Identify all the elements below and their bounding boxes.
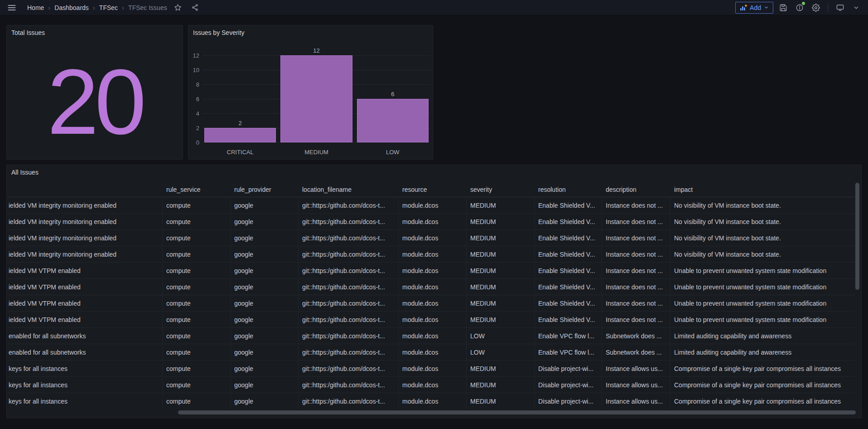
dashboard-insights-icon[interactable] (793, 1, 806, 14)
table-cell: No visibility of VM instance boot state. (670, 246, 855, 262)
table-cell: git::https:/github.com/dcos-t... (299, 328, 399, 344)
table-cell: compute (163, 361, 231, 376)
column-header-resource[interactable]: resource (399, 186, 467, 193)
column-header-rule_service[interactable]: rule_service (163, 186, 231, 193)
vertical-scrollbar-thumb[interactable] (855, 183, 859, 290)
table-cell: ielded VM VTPM enabled (8, 295, 163, 311)
table-cell: module.dcos (399, 295, 467, 311)
table-cell: compute (163, 197, 231, 213)
table-cell: ielded VM VTPM enabled (8, 279, 163, 295)
table-cell: MEDIUM (467, 230, 535, 246)
y-axis-tick-label: 10 (188, 67, 199, 73)
bar-chart: 0246810122CRITICAL12MEDIUM6LOW (202, 55, 431, 142)
tv-mode-icon[interactable] (834, 1, 846, 14)
table-cell: MEDIUM (467, 393, 535, 409)
table-cell: module.dcos (399, 279, 467, 295)
horizontal-scrollbar-thumb[interactable] (178, 410, 856, 414)
table-cell: Instance does not ... (602, 312, 670, 327)
column-header-impact[interactable]: impact (670, 186, 855, 193)
table-cell: module.dcos (399, 230, 467, 246)
table-cell: module.dcos (399, 246, 467, 262)
x-axis-category-label: CRITICAL (227, 149, 254, 156)
top-navigation-bar: Home›Dashboards›TFSec›TFSec Issues Add (0, 0, 868, 15)
column-header-severity[interactable]: severity (467, 186, 535, 193)
table-cell: Enable Shielded V... (535, 214, 602, 229)
table-header-row: rule_servicerule_providerlocation_filena… (8, 182, 855, 197)
table-cell: git::https:/github.com/dcos-t... (299, 279, 399, 295)
y-axis-tick-label: 6 (188, 96, 199, 102)
panel-title[interactable]: Issues by Severity (193, 29, 245, 36)
chevron-down-icon[interactable] (850, 1, 863, 14)
table-row: keys for all instancescomputegooglegit::… (8, 377, 855, 393)
table-cell: compute (163, 214, 231, 229)
table-cell: Enable VPC flow l... (535, 344, 602, 360)
table-cell: compute (163, 393, 231, 409)
breadcrumb-item[interactable]: Dashboards (54, 4, 89, 11)
table-cell: MEDIUM (467, 279, 535, 295)
save-dashboard-icon[interactable] (777, 1, 790, 14)
table-cell: git::https:/github.com/dcos-t... (299, 246, 399, 262)
table-cell: Limited auditing capability and awarenes… (670, 344, 855, 360)
bar-value-label: 6 (391, 91, 394, 98)
table-cell: google (231, 214, 299, 229)
breadcrumb: Home›Dashboards›TFSec›TFSec Issues (27, 4, 167, 11)
column-header-description[interactable]: description (602, 186, 670, 193)
table-cell: module.dcos (399, 263, 467, 278)
table-cell: Compromise of a single key pair compromi… (670, 361, 855, 376)
table-cell: Disable project-wi... (535, 393, 602, 409)
table-cell: Limited auditing capability and awarenes… (670, 328, 855, 344)
breadcrumb-item[interactable]: TFSec (99, 4, 118, 11)
table-row: ielded VM VTPM enabledcomputegooglegit::… (8, 295, 855, 312)
table-cell: compute (163, 279, 231, 295)
table-cell: MEDIUM (467, 197, 535, 213)
column-header-rule_provider[interactable]: rule_provider (231, 186, 299, 193)
table-cell: google (231, 279, 299, 295)
table-cell: git::https:/github.com/dcos-t... (299, 393, 399, 409)
table-cell: compute (163, 377, 231, 393)
table-cell: MEDIUM (467, 312, 535, 327)
add-panel-button[interactable]: Add (735, 2, 773, 14)
table-cell: Subnetwork does ... (602, 328, 670, 344)
table-cell: Instance does not ... (602, 295, 670, 311)
table-cell: Subnetwork does ... (602, 344, 670, 360)
table-cell: Compromise of a single key pair compromi… (670, 377, 855, 393)
y-axis-tick-label: 12 (188, 52, 199, 59)
table-row: enabled for all subnetworkscomputegoogle… (8, 344, 855, 361)
table-cell: compute (163, 328, 231, 344)
dashboard-settings-gear-icon[interactable] (810, 1, 822, 14)
breadcrumb-item[interactable]: Home (27, 4, 44, 11)
share-icon[interactable] (189, 1, 202, 14)
column-header-resolution[interactable]: resolution (535, 186, 602, 193)
table-cell: google (231, 344, 299, 360)
table-cell: MEDIUM (467, 246, 535, 262)
table-cell: google (231, 312, 299, 327)
table-cell: module.dcos (399, 312, 467, 327)
column-header-location_filename[interactable]: location_filename (299, 186, 399, 193)
topbar-divider (828, 4, 828, 12)
table-cell: module.dcos (399, 214, 467, 229)
table-cell: Instance allows us... (602, 361, 670, 376)
table-cell: module.dcos (399, 328, 467, 344)
table-cell: ielded VM integrity monitoring enabled (8, 246, 163, 262)
panel-title[interactable]: All Issues (11, 169, 39, 176)
table-cell: Compromise of a single key pair compromi… (670, 393, 855, 409)
breadcrumb-separator: › (48, 4, 51, 11)
panel-all-issues: All Issues rule_servicerule_providerloca… (6, 165, 862, 418)
bar-critical (204, 128, 276, 142)
table-row: ielded VM integrity monitoring enabledco… (8, 197, 855, 214)
menu-toggle-icon[interactable] (5, 1, 18, 14)
table-cell: Instance does not ... (602, 279, 670, 295)
table-cell: No visibility of VM instance boot state. (670, 230, 855, 246)
favorite-star-icon[interactable] (172, 1, 184, 14)
y-axis-tick-label: 0 (188, 139, 199, 146)
panel-issues-by-severity: Issues by Severity 0246810122CRITICAL12M… (188, 25, 433, 160)
table-cell: google (231, 230, 299, 246)
table-cell: Enable Shielded V... (535, 263, 602, 278)
panel-title[interactable]: Total Issues (11, 29, 45, 36)
breadcrumb-item: TFSec Issues (128, 4, 167, 11)
table-cell: Instance does not ... (602, 214, 670, 229)
table-body: ielded VM integrity monitoring enabledco… (8, 197, 855, 409)
table-cell: ielded VM VTPM enabled (8, 312, 163, 327)
table-cell: compute (163, 230, 231, 246)
table-cell: google (231, 377, 299, 393)
